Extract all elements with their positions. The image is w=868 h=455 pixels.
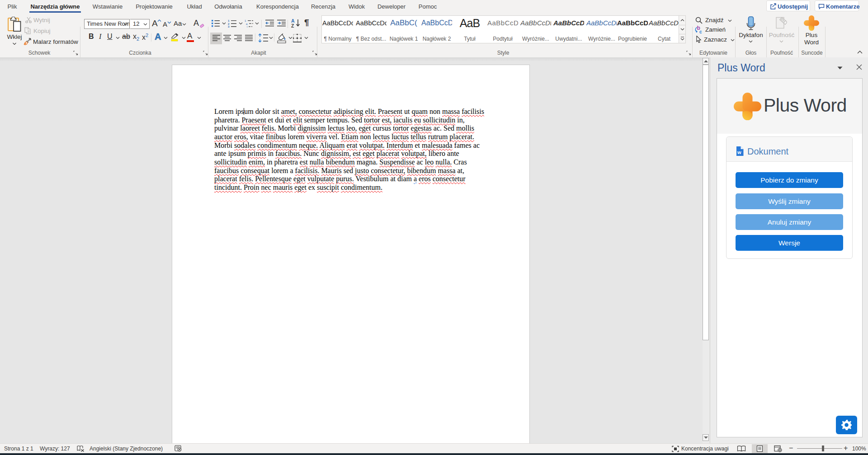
svg-text:w: w: [737, 150, 741, 155]
svg-text:c: c: [699, 29, 702, 34]
svg-text:3: 3: [228, 25, 230, 28]
svg-text:i: i: [247, 25, 247, 28]
svg-text:Z: Z: [291, 23, 294, 28]
